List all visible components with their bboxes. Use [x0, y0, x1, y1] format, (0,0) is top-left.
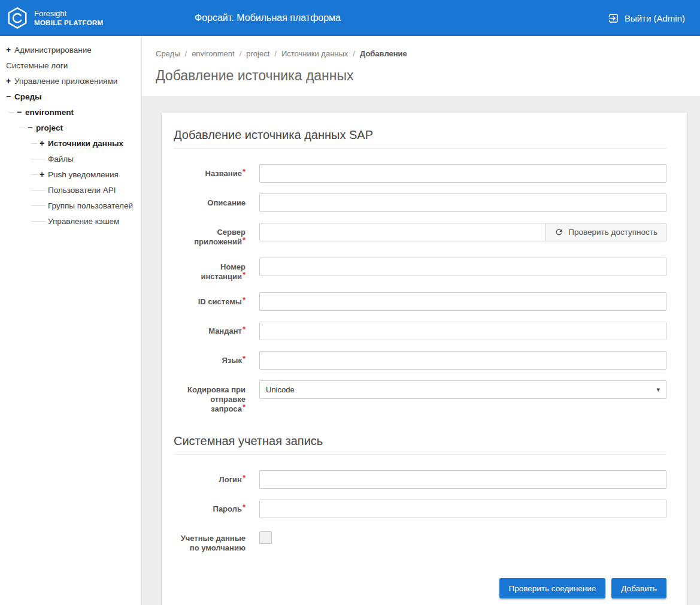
field-system-id: ID системы* — [174, 292, 666, 311]
check-availability-label: Проверить доступность — [568, 228, 657, 237]
sidebar-item-label: project — [36, 123, 63, 132]
section-title-system-account: Системная учетная запись — [174, 425, 666, 455]
required-marker: * — [243, 295, 246, 304]
expand-plus-icon[interactable]: + — [6, 45, 14, 55]
field-label: Сервер приложений* — [174, 223, 246, 247]
app-server-input[interactable] — [259, 223, 546, 241]
sidebar-item-user-groups[interactable]: Группы пользователей — [0, 198, 141, 213]
tree-connector-line — [31, 205, 46, 206]
breadcrumb-separator: / — [274, 49, 277, 58]
field-label: Номер инстанции* — [174, 258, 246, 282]
sidebar-item-push-notifications[interactable]: + Push уведомления — [0, 167, 141, 182]
instance-number-input[interactable] — [259, 258, 666, 276]
encoding-select[interactable]: Unicode ▾ — [259, 380, 666, 399]
sidebar-item-label: Push уведомления — [48, 170, 119, 179]
sidebar-item-api-users[interactable]: Пользователи API — [0, 182, 141, 198]
page-title: Добавление источника данных — [156, 68, 686, 84]
app-window: Foresight MOBILE PLATFORM Форсайт. Мобил… — [0, 0, 700, 605]
field-name: Название* — [174, 164, 666, 183]
sidebar-item-label: Источники данных — [48, 139, 123, 148]
logout-label: Выйти (Admin) — [625, 13, 685, 23]
description-input[interactable] — [259, 193, 666, 212]
field-description: Описание — [174, 193, 666, 212]
main-content: Среды / environment / project / Источник… — [142, 36, 700, 605]
required-marker: * — [243, 473, 246, 482]
field-app-server: Сервер приложений* Проверить доступность — [174, 223, 666, 247]
collapse-minus-icon[interactable]: − — [6, 92, 14, 101]
sidebar: + Администрирование Системные логи + Упр… — [0, 36, 142, 605]
breadcrumb-item-project[interactable]: project — [246, 49, 269, 58]
expand-plus-icon[interactable]: + — [40, 170, 48, 179]
field-label: Пароль* — [174, 500, 246, 518]
add-button[interactable]: Добавить — [611, 578, 666, 598]
required-marker: * — [243, 167, 246, 176]
password-input[interactable] — [259, 500, 666, 518]
field-label: ID системы* — [174, 292, 246, 311]
collapse-minus-icon[interactable]: − — [17, 107, 25, 117]
expand-plus-icon[interactable]: + — [6, 76, 14, 86]
default-credentials-checkbox[interactable] — [259, 531, 272, 544]
field-label-text: Учетные данные по умолчанию — [181, 534, 246, 552]
field-label: Мандант* — [174, 322, 246, 340]
content-area: Добавление источника данных SAP Название… — [142, 96, 700, 605]
breadcrumb-item-environment[interactable]: environment — [192, 49, 235, 58]
required-marker: * — [243, 354, 246, 363]
sidebar-item-label: Управление кэшем — [48, 217, 119, 226]
sidebar-item-app-management[interactable]: + Управление приложениями — [0, 73, 141, 89]
field-instance-number: Номер инстанции* — [174, 258, 666, 282]
brand-text: Foresight MOBILE PLATFORM — [34, 9, 103, 28]
field-label: Кодировка при отправке запроса* — [174, 380, 246, 414]
field-password: Пароль* — [174, 500, 666, 518]
sidebar-item-cache-management[interactable]: Управление кэшем — [0, 213, 141, 229]
name-input[interactable] — [259, 164, 666, 183]
refresh-icon — [554, 228, 563, 237]
field-label-text: Сервер приложений — [194, 228, 246, 246]
sidebar-item-label: Системные логи — [6, 61, 68, 70]
required-marker: * — [243, 270, 246, 279]
field-mandant: Мандант* — [174, 322, 666, 340]
system-id-input[interactable] — [259, 292, 666, 311]
expand-plus-icon[interactable]: + — [40, 138, 48, 148]
sidebar-item-label: Управление приложениями — [14, 77, 117, 86]
mandant-input[interactable] — [259, 322, 666, 340]
sidebar-item-environment[interactable]: − environment — [0, 104, 141, 120]
tree-connector-line — [31, 143, 37, 144]
check-connection-button[interactable]: Проверить соединение — [499, 578, 606, 598]
required-marker: * — [243, 403, 246, 412]
breadcrumb-item-add: Добавление — [360, 49, 407, 58]
field-label-text: Язык — [222, 356, 242, 365]
field-label: Язык* — [174, 351, 246, 370]
tree-connector-line — [8, 112, 14, 113]
form-card: Добавление источника данных SAP Название… — [162, 113, 687, 605]
breadcrumb-item-environments[interactable]: Среды — [156, 49, 180, 58]
sidebar-item-system-logs[interactable]: Системные логи — [0, 58, 141, 73]
field-language: Язык* — [174, 351, 666, 370]
field-label-text: Кодировка при отправке запроса — [187, 385, 246, 413]
breadcrumb: Среды / environment / project / Источник… — [156, 49, 686, 58]
app-header: Foresight MOBILE PLATFORM Форсайт. Мобил… — [0, 0, 700, 36]
collapse-minus-icon[interactable]: − — [28, 123, 36, 132]
tree-connector-line — [19, 128, 25, 128]
field-label: Логин* — [174, 470, 246, 489]
logout-button[interactable]: Выйти (Admin) — [608, 13, 685, 24]
sidebar-item-label: Среды — [14, 92, 42, 101]
sidebar-item-label: Пользователи API — [48, 186, 116, 195]
breadcrumb-item-data-sources[interactable]: Источники данных — [281, 49, 348, 58]
language-input[interactable] — [259, 351, 666, 370]
sidebar-item-files[interactable]: Файлы — [0, 151, 141, 167]
sidebar-item-environments[interactable]: − Среды — [0, 89, 141, 104]
sidebar-item-label: Группы пользователей — [48, 201, 133, 210]
required-marker: * — [243, 235, 246, 244]
brand[interactable]: Foresight MOBILE PLATFORM — [6, 7, 103, 29]
sidebar-item-label: Администрирование — [14, 46, 92, 55]
field-label-text: Логин — [219, 475, 242, 484]
sidebar-item-administration[interactable]: + Администрирование — [0, 42, 141, 58]
check-availability-button[interactable]: Проверить доступность — [546, 223, 666, 241]
login-input[interactable] — [259, 470, 666, 489]
field-label-text: Номер инстанции — [201, 262, 246, 281]
field-label-text: Пароль — [213, 504, 242, 513]
foresight-logo-icon — [6, 7, 29, 29]
sidebar-item-project[interactable]: − project — [0, 120, 141, 135]
sidebar-item-data-sources[interactable]: + Источники данных — [0, 135, 141, 151]
tree-connector-line — [31, 190, 46, 190]
